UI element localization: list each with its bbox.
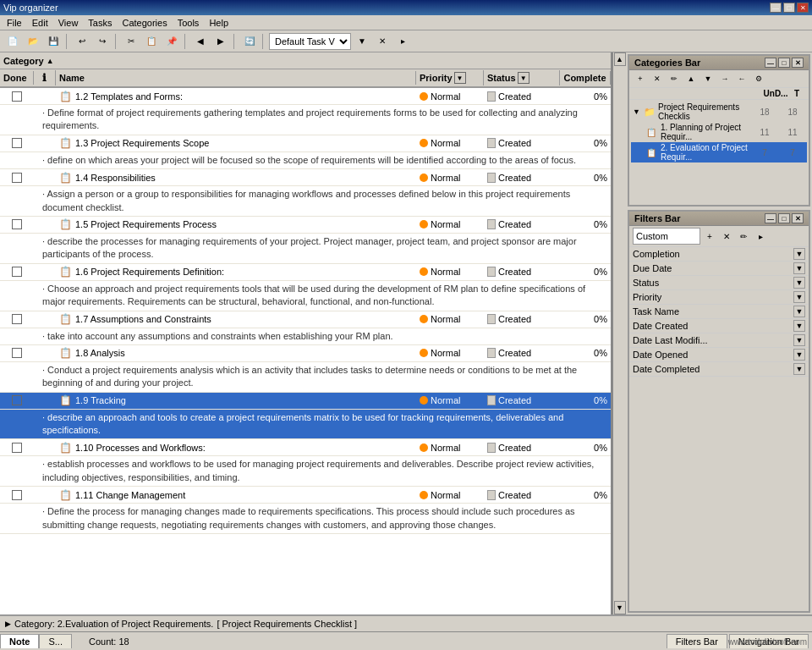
filter-dropdown-arrow[interactable]: ▼ — [793, 363, 805, 375]
cat-child1-total: 11 — [780, 128, 805, 137]
task-row[interactable]: 📋1.4 ResponsibilitiesNormalCreated0% — [0, 169, 611, 186]
cat-up-btn[interactable]: ▲ — [683, 72, 699, 85]
done-checkbox[interactable] — [12, 91, 22, 102]
categories-float-btn[interactable]: □ — [778, 58, 790, 68]
filters-close-btn[interactable]: ✕ — [792, 213, 804, 223]
filter-options-btn[interactable]: ▸ — [393, 33, 412, 50]
cell-priority: Normal — [416, 91, 484, 102]
task-row[interactable]: 📋1.5 Project Requirements ProcessNormalC… — [0, 217, 611, 234]
filter-dropdown-arrow[interactable]: ▼ — [793, 291, 805, 303]
cat-root-item[interactable]: ▼ 📁 Project Requirements Checklis 18 18 — [631, 102, 807, 122]
filter-clear-btn[interactable]: ✕ — [373, 33, 392, 50]
menu-file[interactable]: File — [2, 17, 27, 29]
cat-down-btn[interactable]: ▼ — [700, 72, 716, 85]
minimize-button[interactable]: — — [770, 3, 782, 13]
menu-categories[interactable]: Categories — [117, 17, 172, 29]
redo-btn[interactable]: ↪ — [93, 33, 112, 50]
task-icon: 📋 — [59, 313, 72, 325]
maximize-button[interactable]: □ — [783, 3, 795, 13]
cut-btn[interactable]: ✂ — [122, 33, 140, 50]
priority-text: Normal — [431, 219, 460, 229]
paste-btn[interactable]: 📌 — [162, 33, 181, 50]
vertical-scrollbar[interactable]: ▲ ▼ — [612, 52, 626, 614]
filter-dropdown-arrow[interactable]: ▼ — [793, 349, 805, 361]
task-row[interactable]: 📋1.10 Processes and Workflows:NormalCrea… — [0, 439, 611, 456]
cat-options-btn[interactable]: ⚙ — [751, 72, 766, 85]
filter-dropdown-arrow[interactable]: ▼ — [793, 277, 805, 289]
tab-s[interactable]: S... — [39, 634, 72, 648]
done-checkbox[interactable] — [12, 348, 22, 358]
task-row[interactable]: 📋1.11 Change ManagementNormalCreated0% — [0, 487, 611, 504]
cat-child-1[interactable]: 📋 1. Planning of Project Requir... 11 11 — [631, 122, 807, 142]
menu-edit[interactable]: Edit — [27, 17, 53, 29]
menu-tools[interactable]: Tools — [173, 17, 205, 29]
filter-dropdown-arrow[interactable]: ▼ — [793, 306, 805, 317]
categories-minimize-btn[interactable]: — — [765, 58, 776, 68]
tab-note[interactable]: Note — [0, 634, 39, 648]
cell-done — [0, 265, 34, 278]
done-checkbox[interactable] — [12, 314, 22, 324]
menu-help[interactable]: Help — [204, 17, 233, 29]
done-checkbox[interactable] — [12, 267, 22, 277]
done-checkbox[interactable] — [12, 443, 22, 453]
category-sort-btn[interactable]: Category ▲ — [3, 56, 54, 66]
categories-close-btn[interactable]: ✕ — [792, 58, 804, 68]
filter-edit-btn[interactable]: ✏ — [736, 229, 751, 244]
task-row[interactable]: 📋1.9 TrackingNormalCreated0% — [0, 393, 611, 410]
filters-float-btn[interactable]: □ — [778, 213, 790, 223]
cat-child-2[interactable]: 📋 2. Evaluation of Project Requir... 7 7 — [631, 142, 807, 162]
status-filter-btn[interactable]: ▼ — [518, 72, 529, 84]
done-checkbox[interactable] — [12, 490, 22, 500]
filter-dropdown-arrow[interactable]: ▼ — [793, 334, 805, 346]
filter-delete-btn[interactable]: ✕ — [719, 229, 734, 244]
filter-dropdown-arrow[interactable]: ▼ — [793, 248, 805, 260]
categories-bar-title: Categories Bar — [634, 58, 700, 68]
filter-add-btn[interactable]: + — [702, 229, 717, 244]
cat-delete-btn[interactable]: ✕ — [650, 72, 665, 85]
menu-tasks[interactable]: Tasks — [83, 17, 117, 29]
filter-dropdown-btn[interactable]: ▼ — [353, 33, 371, 50]
task-row[interactable]: 📋1.2 Templates and Forms:NormalCreated0% — [0, 88, 611, 105]
task-row[interactable]: 📋1.8 AnalysisNormalCreated0% — [0, 345, 611, 362]
open-btn[interactable]: 📂 — [24, 33, 42, 50]
filter-options-btn[interactable]: ▸ — [753, 229, 768, 244]
filter-label: Priority — [633, 292, 793, 302]
task-row[interactable]: 📋1.6 Project Requirements Definition:Nor… — [0, 264, 611, 281]
copy-btn[interactable]: 📋 — [142, 33, 161, 50]
tab-filters-bar[interactable]: Filters Bar — [667, 634, 727, 648]
scroll-up-btn[interactable]: ▲ — [614, 52, 626, 66]
back-btn[interactable]: ◀ — [191, 33, 210, 50]
filter-rows: Completion▼Due Date▼Status▼Priority▼Task… — [629, 247, 809, 377]
filters-minimize-btn[interactable]: — — [765, 213, 776, 223]
done-checkbox[interactable] — [12, 395, 22, 405]
sep2 — [115, 34, 118, 49]
done-checkbox[interactable] — [12, 138, 22, 148]
forward-btn[interactable]: ▶ — [211, 33, 230, 50]
cell-priority: Normal — [416, 266, 484, 278]
filter-dropdown-arrow[interactable]: ▼ — [793, 262, 805, 274]
menu-view[interactable]: View — [53, 17, 84, 29]
cat-indent-btn[interactable]: → — [717, 72, 732, 85]
cat-add-btn[interactable]: + — [633, 72, 648, 85]
custom-filter-input[interactable]: Custom — [633, 228, 700, 245]
save-btn[interactable]: 💾 — [44, 33, 63, 50]
priority-filter-btn[interactable]: ▼ — [454, 72, 466, 84]
undo-btn[interactable]: ↩ — [73, 33, 91, 50]
left-panel: Category ▲ Done ℹ Name Priority ▼ Status… — [0, 52, 612, 614]
task-filter-select[interactable]: Default Task V — [269, 33, 351, 50]
cat-edit-btn[interactable]: ✏ — [667, 72, 682, 85]
cell-status: Created — [484, 442, 560, 454]
task-row[interactable]: 📋1.7 Assumptions and ConstraintsNormalCr… — [0, 311, 611, 328]
task-note-row: · describe the processes for managing re… — [0, 234, 611, 264]
done-checkbox[interactable] — [12, 219, 22, 229]
close-button[interactable]: ✕ — [797, 3, 809, 13]
refresh-btn[interactable]: 🔄 — [240, 33, 259, 50]
status-bar: ▶ Category: 2.Evaluation of Project Requ… — [0, 614, 812, 631]
filter-dropdown-arrow[interactable]: ▼ — [793, 320, 805, 332]
scroll-down-btn[interactable]: ▼ — [614, 601, 626, 614]
header-name: Name — [56, 71, 416, 85]
task-row[interactable]: 📋1.3 Project Requirements ScopeNormalCre… — [0, 135, 611, 152]
cat-outdent-btn[interactable]: ← — [734, 72, 749, 85]
done-checkbox[interactable] — [12, 173, 22, 183]
new-task-btn[interactable]: 📄 — [3, 33, 22, 50]
